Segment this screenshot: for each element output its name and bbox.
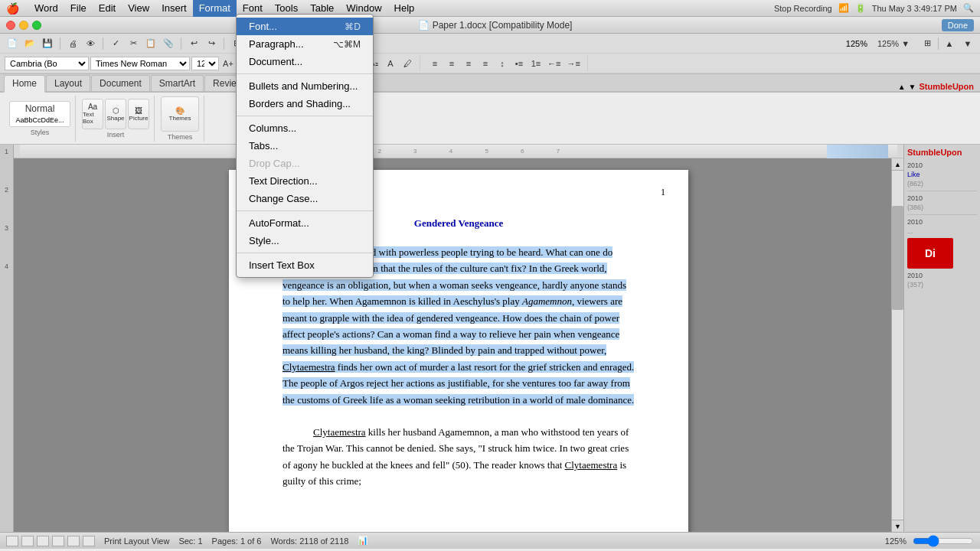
tab-layout[interactable]: Layout bbox=[46, 75, 90, 91]
save-btn[interactable]: 💾 bbox=[40, 36, 55, 51]
wifi-icon: 📶 bbox=[838, 3, 849, 13]
sidebar-year-2: 2010 bbox=[907, 194, 977, 202]
zoom-slider[interactable] bbox=[913, 535, 974, 547]
menu-item-bullets[interactable]: Bullets and Numbering... bbox=[237, 77, 373, 95]
menubar-help[interactable]: Help bbox=[388, 0, 421, 17]
zoom-fit-btn[interactable]: ⊞ bbox=[920, 36, 935, 51]
battery-icon: 🔋 bbox=[855, 3, 866, 13]
ruler-mark-4: 4 bbox=[5, 262, 8, 270]
expand-ribbon-btn[interactable]: ▼ bbox=[909, 83, 916, 91]
sidebar-count-3: (357) bbox=[907, 281, 977, 289]
menubar: 🍎 Word File Edit View Insert Format Font… bbox=[0, 0, 980, 17]
sep2 bbox=[103, 37, 103, 50]
sidebar-like[interactable]: Like bbox=[907, 171, 977, 178]
align-right-btn[interactable]: ≡ bbox=[461, 56, 476, 71]
done-button[interactable]: Done bbox=[942, 19, 974, 31]
tab-smartart[interactable]: SmartArt bbox=[151, 75, 204, 91]
scroll-up-arrow[interactable]: ▲ bbox=[892, 158, 903, 171]
menu-sep-1 bbox=[237, 73, 373, 74]
menu-item-paragraph[interactable]: Paragraph... ⌥⌘M bbox=[237, 35, 373, 53]
apple-menu-icon[interactable]: 🍎 bbox=[6, 2, 19, 15]
search-menubar-icon[interactable]: 🔍 bbox=[963, 3, 974, 13]
font-family-select2[interactable]: Times New Roman bbox=[90, 57, 190, 70]
maximize-button[interactable] bbox=[32, 21, 41, 30]
picture-btn[interactable]: 🖼 Picture bbox=[128, 99, 149, 129]
menubar-format[interactable]: Format bbox=[193, 0, 237, 17]
align-center-btn[interactable]: ≡ bbox=[444, 56, 459, 71]
redo-btn[interactable]: ↪ bbox=[204, 36, 219, 51]
menubar-file[interactable]: File bbox=[64, 0, 93, 17]
line-spacing-btn[interactable]: ↕ bbox=[495, 56, 510, 71]
menu-item-changecase[interactable]: Change Case... bbox=[237, 190, 373, 207]
new-doc-btn[interactable]: 📄 bbox=[5, 36, 20, 51]
view-btn-6[interactable] bbox=[83, 536, 95, 546]
page-container: 1 Gendered Vengeance Greek dramas are fi… bbox=[14, 158, 903, 532]
menubar-edit[interactable]: Edit bbox=[93, 0, 122, 17]
font-section: Cambria (Bo Times New Roman 12 A+ A- A× bbox=[5, 56, 275, 71]
font-family-select[interactable]: Cambria (Bo bbox=[5, 57, 89, 70]
minimize-button[interactable] bbox=[19, 21, 28, 30]
justify-btn[interactable]: ≡ bbox=[478, 56, 493, 71]
decrease-indent-btn[interactable]: ←≡ bbox=[545, 56, 563, 71]
align-left-btn[interactable]: ≡ bbox=[427, 56, 443, 71]
themes-btn[interactable]: 🎨 Themes bbox=[161, 96, 199, 132]
sep1 bbox=[60, 37, 60, 50]
preview-btn[interactable]: 👁 bbox=[83, 36, 98, 51]
view-btn-3[interactable] bbox=[37, 536, 49, 546]
collapse-ribbon-btn[interactable]: ▲ bbox=[898, 83, 906, 91]
bullets-btn[interactable]: •≡ bbox=[511, 56, 527, 71]
view-btn-4[interactable] bbox=[52, 536, 64, 546]
scroll-down-btn[interactable]: ▼ bbox=[960, 36, 975, 51]
normal-style-btn[interactable]: Normal AaBbCcDdEe... bbox=[9, 101, 70, 127]
word-count-icon[interactable]: 📊 bbox=[358, 536, 368, 546]
shape-btn[interactable]: ⬡ Shape bbox=[105, 99, 126, 129]
themes-group-label: Themes bbox=[168, 133, 193, 141]
menubar-word[interactable]: Word bbox=[28, 0, 64, 17]
spell-check-btn[interactable]: ✓ bbox=[108, 36, 123, 51]
menu-item-insert-text-box[interactable]: Insert Text Box bbox=[237, 256, 373, 274]
font-color-btn[interactable]: A bbox=[383, 56, 398, 71]
tab-document[interactable]: Document bbox=[91, 75, 150, 91]
cut-btn[interactable]: ✂ bbox=[126, 36, 141, 51]
menu-item-document[interactable]: Document... bbox=[237, 53, 373, 70]
font-size-select[interactable]: 12 bbox=[191, 57, 219, 70]
undo-btn[interactable]: ↩ bbox=[186, 36, 201, 51]
text-box-btn[interactable]: Aa Text Box bbox=[82, 99, 103, 129]
stop-recording-btn[interactable]: Stop Recording bbox=[774, 4, 832, 13]
picture-label: Picture bbox=[129, 115, 149, 122]
numbering-btn[interactable]: 1≡ bbox=[528, 56, 544, 71]
paste-btn[interactable]: 📎 bbox=[161, 36, 176, 51]
menubar-view[interactable]: View bbox=[122, 0, 155, 17]
sidebar-count-2: (386) bbox=[907, 204, 977, 211]
view-btn-1[interactable] bbox=[6, 536, 18, 546]
view-btn-2[interactable] bbox=[21, 536, 34, 546]
scroll-up-btn[interactable]: ▲ bbox=[942, 36, 957, 51]
menubar-insert[interactable]: Insert bbox=[155, 0, 193, 17]
copy-btn[interactable]: 📋 bbox=[143, 36, 158, 51]
themes-group: 🎨 Themes Themes bbox=[156, 96, 204, 142]
scroll-thumb[interactable] bbox=[892, 206, 903, 311]
menu-item-textdirection[interactable]: Text Direction... bbox=[237, 172, 373, 190]
menu-item-autoformat[interactable]: AutoFormat... bbox=[237, 214, 373, 232]
tab-home[interactable]: Home bbox=[4, 75, 45, 93]
increase-indent-btn[interactable]: →≡ bbox=[564, 56, 582, 71]
view-btn-5[interactable] bbox=[67, 536, 80, 546]
menu-item-font[interactable]: Font... ⌘D bbox=[237, 18, 373, 35]
menu-item-tabs[interactable]: Tabs... bbox=[237, 137, 373, 155]
menu-item-style[interactable]: Style... bbox=[237, 232, 373, 249]
stumbleupon-label: StumbleUpon bbox=[920, 82, 975, 91]
ruler-mark-1: 1 bbox=[5, 148, 8, 155]
close-button[interactable] bbox=[6, 21, 15, 30]
menu-item-borders[interactable]: Borders and Shading... bbox=[237, 95, 373, 112]
scroll-down-arrow[interactable]: ▼ bbox=[892, 520, 903, 532]
open-btn[interactable]: 📂 bbox=[22, 36, 38, 51]
scroll-track[interactable] bbox=[892, 171, 903, 520]
stumbleupon-logo[interactable]: Di bbox=[907, 238, 953, 269]
menu-item-columns[interactable]: Columns... bbox=[237, 119, 373, 137]
font-grow-btn[interactable]: A+ bbox=[220, 56, 236, 71]
highlight-btn[interactable]: 🖊 bbox=[400, 56, 415, 71]
main-area: 1 2 3 4 1 2 3 4 5 6 7 1 bbox=[0, 145, 980, 532]
zoom-select[interactable]: 125% ▼ bbox=[871, 36, 916, 51]
clytaemestra-underline-2: Clytaemestra bbox=[313, 426, 366, 438]
print-btn[interactable]: 🖨 bbox=[65, 36, 80, 51]
